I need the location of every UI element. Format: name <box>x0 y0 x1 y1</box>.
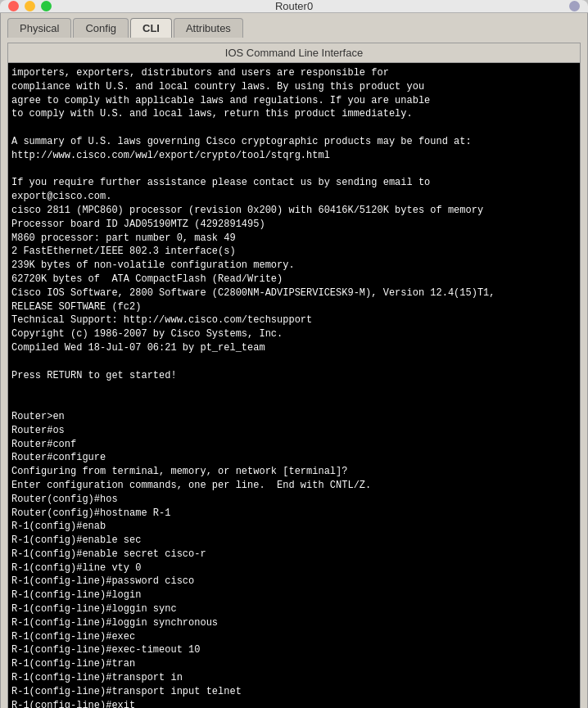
cli-header: IOS Command Line Interface <box>8 43 580 63</box>
tab-config[interactable]: Config <box>73 18 129 38</box>
content-area: IOS Command Line Interface importers, ex… <box>1 38 587 708</box>
title-bar: Router0 <box>0 0 588 13</box>
tab-attributes[interactable]: Attributes <box>174 18 243 38</box>
window-controls[interactable] <box>8 1 52 11</box>
close-button[interactable] <box>8 1 19 11</box>
minimize-button[interactable] <box>25 1 35 11</box>
main-window: Physical Config CLI Attributes IOS Comma… <box>0 13 588 708</box>
terminal-output[interactable]: importers, exporters, distributors and u… <box>8 63 580 708</box>
tab-cli[interactable]: CLI <box>130 18 172 38</box>
window-title: Router0 <box>275 0 313 12</box>
tab-bar: Physical Config CLI Attributes <box>1 13 587 38</box>
cli-panel: IOS Command Line Interface importers, ex… <box>7 43 581 708</box>
status-dot <box>569 1 580 11</box>
tab-physical[interactable]: Physical <box>7 18 71 38</box>
maximize-button[interactable] <box>41 1 52 11</box>
